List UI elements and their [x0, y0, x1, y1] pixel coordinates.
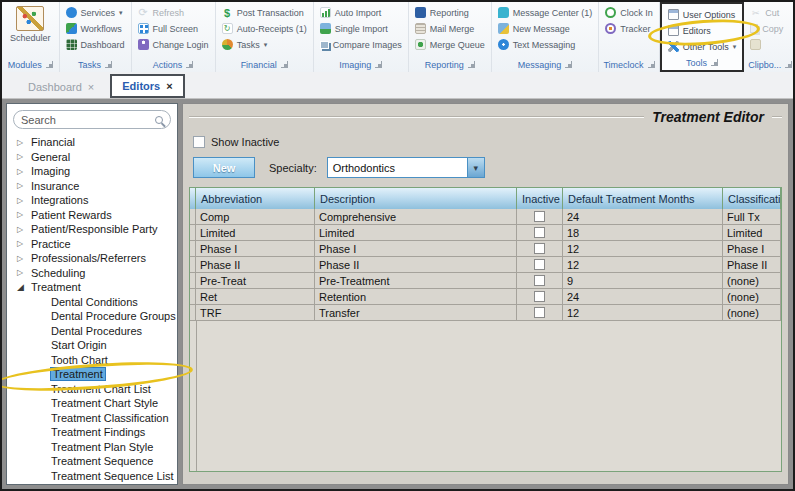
- ribbon-item-auto-import[interactable]: Auto Import: [318, 5, 404, 20]
- dialog-launcher-icon[interactable]: [648, 61, 655, 68]
- tree-item-patient-responsible-party[interactable]: ▷Patient/Responsible Party: [7, 222, 177, 237]
- inactive-checkbox[interactable]: [534, 307, 545, 318]
- tree-item-insurance[interactable]: ▷Insurance: [7, 179, 177, 194]
- column-header-description[interactable]: Description: [315, 188, 517, 209]
- ribbon-item-scheduler[interactable]: Scheduler: [6, 5, 55, 44]
- tree-item-integrations[interactable]: ▷Integrations: [7, 193, 177, 208]
- collapsed-arrow-icon[interactable]: ▷: [17, 254, 31, 263]
- inactive-checkbox[interactable]: [534, 259, 545, 270]
- table-row[interactable]: LimitedLimited18Limited: [190, 225, 781, 241]
- ribbon-item-user-options[interactable]: User Options: [666, 7, 738, 22]
- dialog-launcher-icon[interactable]: [46, 61, 53, 68]
- dialog-launcher-icon[interactable]: [186, 61, 193, 68]
- tree-item-dental-procedures[interactable]: Dental Procedures: [7, 324, 177, 339]
- inactive-checkbox[interactable]: [534, 243, 545, 254]
- search-icon[interactable]: [155, 116, 163, 124]
- ribbon-item-message-center-1[interactable]: Message Center (1): [496, 5, 595, 20]
- dialog-launcher-icon[interactable]: [281, 61, 288, 68]
- dialog-launcher-icon[interactable]: [711, 59, 718, 66]
- tree-item-general[interactable]: ▷General: [7, 150, 177, 165]
- column-header-default-treatment-months[interactable]: Default Treatment Months: [563, 188, 723, 209]
- tree-item-treatment[interactable]: ◢Treatment: [7, 280, 177, 295]
- ribbon-item-tasks[interactable]: Tasks▾: [220, 37, 309, 52]
- close-icon[interactable]: ×: [88, 81, 94, 93]
- column-header-classification[interactable]: Classification: [723, 188, 781, 209]
- new-button[interactable]: New: [193, 157, 255, 178]
- tree-item-patient-rewards[interactable]: ▷Patient Rewards: [7, 208, 177, 223]
- tab-editors[interactable]: Editors×: [110, 74, 184, 98]
- ribbon-item-compare-images[interactable]: Compare Images: [318, 37, 404, 52]
- ribbon-item-new-message[interactable]: New Message: [496, 21, 595, 36]
- ribbon-item-reporting[interactable]: Reporting: [413, 5, 487, 20]
- collapsed-arrow-icon[interactable]: ▷: [17, 181, 31, 190]
- ribbon-item-tracker[interactable]: Tracker: [603, 21, 655, 36]
- ribbon-item-dashboard[interactable]: Dashboard: [64, 37, 127, 52]
- search-input[interactable]: [21, 114, 155, 126]
- inactive-checkbox[interactable]: [534, 275, 545, 286]
- table-row[interactable]: Phase IPhase I12Phase I: [190, 241, 781, 257]
- collapsed-arrow-icon[interactable]: ▷: [17, 239, 31, 248]
- show-inactive-checkbox[interactable]: [193, 136, 205, 148]
- tab-dashboard[interactable]: Dashboard×: [18, 77, 104, 97]
- close-icon[interactable]: ×: [166, 80, 172, 92]
- tree-item-professionals-referrers[interactable]: ▷Professionals/Referrers: [7, 251, 177, 266]
- tree-item-tooth-chart[interactable]: Tooth Chart: [7, 353, 177, 368]
- collapsed-arrow-icon[interactable]: ▷: [17, 167, 31, 176]
- ribbon-item-change-login[interactable]: Change Login: [136, 37, 211, 52]
- dialog-launcher-icon[interactable]: [468, 61, 475, 68]
- tree-item-financial[interactable]: ▷Financial: [7, 135, 177, 150]
- tree-item-workflows[interactable]: ▷Workflows: [7, 483, 177, 484]
- dialog-launcher-icon[interactable]: [105, 61, 112, 68]
- tree-item-treatment-plan-style[interactable]: Treatment Plan Style: [7, 440, 177, 455]
- column-header-inactive[interactable]: Inactive: [517, 188, 563, 209]
- ribbon-item-services[interactable]: Services▾: [64, 5, 127, 20]
- search-box[interactable]: [13, 110, 171, 129]
- ribbon-item-editors[interactable]: Editors: [666, 23, 738, 38]
- table-row[interactable]: TRFTransfer12(none): [190, 305, 781, 321]
- tree-item-scheduling[interactable]: ▷Scheduling: [7, 266, 177, 281]
- collapsed-arrow-icon[interactable]: ▷: [17, 152, 31, 161]
- tree-item-dental-procedure-groups[interactable]: Dental Procedure Groups: [7, 309, 177, 324]
- tree-item-treatment-sequence[interactable]: Treatment Sequence: [7, 454, 177, 469]
- ribbon-item-full-screen[interactable]: Full Screen: [136, 21, 211, 36]
- tree-item-treatment-sequence-list[interactable]: Treatment Sequence List: [7, 469, 177, 484]
- ribbon-item-text-messaging[interactable]: Text Messaging: [496, 37, 595, 52]
- tree-item-dental-conditions[interactable]: Dental Conditions: [7, 295, 177, 310]
- inactive-checkbox[interactable]: [534, 211, 545, 222]
- ribbon-item-post-transaction[interactable]: Post Transaction: [220, 5, 309, 20]
- table-row[interactable]: Phase IIPhase II12Phase II: [190, 257, 781, 273]
- tree-item-imaging[interactable]: ▷Imaging: [7, 164, 177, 179]
- ribbon-item-auto-receipts-1[interactable]: Auto-Receipts (1): [220, 21, 309, 36]
- ribbon-item-clock-in[interactable]: Clock In: [603, 5, 655, 20]
- tree-item-treatment-findings[interactable]: Treatment Findings: [7, 425, 177, 440]
- table-row[interactable]: Pre-TreatPre-Treatment9(none): [190, 273, 781, 289]
- chevron-down-icon[interactable]: [467, 158, 484, 177]
- inactive-checkbox[interactable]: [534, 227, 545, 238]
- dialog-launcher-icon[interactable]: [565, 61, 572, 68]
- tree-item-treatment-chart-style[interactable]: Treatment Chart Style: [7, 396, 177, 411]
- tree-item-treatment-chart-list[interactable]: Treatment Chart List: [7, 382, 177, 397]
- ribbon-group-label: Messaging: [518, 60, 562, 70]
- dialog-launcher-icon[interactable]: [785, 61, 792, 68]
- ribbon-item-other-tools[interactable]: Other Tools▾: [666, 39, 738, 54]
- collapsed-arrow-icon[interactable]: ▷: [17, 196, 31, 205]
- collapsed-arrow-icon[interactable]: ▷: [17, 268, 31, 277]
- specialty-select[interactable]: Orthodontics: [327, 157, 485, 178]
- inactive-checkbox[interactable]: [534, 291, 545, 302]
- column-header-abbreviation[interactable]: Abbreviation: [196, 188, 315, 209]
- collapsed-arrow-icon[interactable]: ▷: [17, 210, 31, 219]
- ribbon-item-merge-queue[interactable]: Merge Queue: [413, 37, 487, 52]
- ribbon-item-single-import[interactable]: Single Import: [318, 21, 404, 36]
- ribbon-item-mail-merge[interactable]: Mail Merge: [413, 21, 487, 36]
- table-row[interactable]: CompComprehensive24Full Tx: [190, 209, 781, 225]
- tree-item-start-origin[interactable]: Start Origin: [7, 338, 177, 353]
- dialog-launcher-icon[interactable]: [375, 61, 382, 68]
- tree-item-practice[interactable]: ▷Practice: [7, 237, 177, 252]
- collapsed-arrow-icon[interactable]: ▷: [17, 225, 31, 234]
- tree-item-treatment-classification[interactable]: Treatment Classification: [7, 411, 177, 426]
- tree-item-treatment[interactable]: Treatment: [7, 367, 177, 382]
- collapsed-arrow-icon[interactable]: ▷: [17, 138, 31, 147]
- ribbon-item-workflows[interactable]: Workflows: [64, 21, 127, 36]
- table-row[interactable]: RetRetention24(none): [190, 289, 781, 305]
- expanded-arrow-icon[interactable]: ◢: [17, 282, 31, 292]
